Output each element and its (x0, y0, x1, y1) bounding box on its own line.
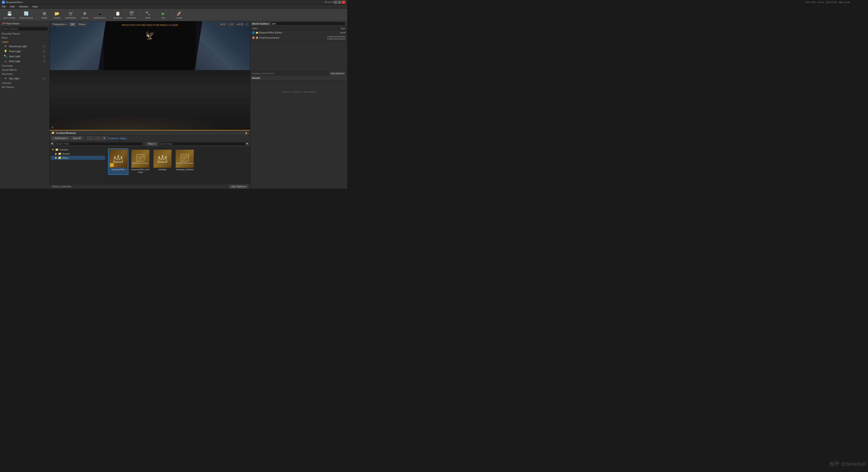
category-visual-effects[interactable]: Visual Effects (0, 68, 50, 72)
newmap-builtdata-thumbnail: Map Build Data Registry (176, 150, 194, 168)
content-browser-status-bar: 4 items (1 selected) View Options ▾ (50, 184, 250, 189)
content-browser: 📂 Content Browser 🔒 + Add/Import ▾ Save … (50, 130, 250, 189)
actor-spot-light[interactable]: 🔦 Spot Light + (0, 54, 50, 59)
menu-help[interactable]: Help (32, 5, 39, 8)
rotation-snap-display: ↻ 10 (227, 23, 234, 26)
launch-button[interactable]: 🚀 Launch (173, 9, 185, 20)
search-classes-input[interactable] (1, 27, 48, 31)
actor-point-light[interactable]: 💡 Point Light + (0, 49, 50, 54)
scale-snap-display: ⇔ 0.25 (235, 23, 244, 26)
cinematics-button[interactable]: 🎬 Cinematics (125, 9, 138, 20)
world-outliner-items: 🌐 📁 BlueprintOffice (Editor) World 📦 📦 P… (250, 31, 347, 71)
minimize-button[interactable]: ─ (334, 1, 337, 4)
registry-text: Map Build Data Registry (132, 162, 149, 164)
svg-point-12 (158, 156, 160, 158)
actor-sky-light[interactable]: ☀ Sky Light + (0, 76, 50, 81)
lit-button[interactable]: Lit (69, 22, 76, 26)
folder-maps[interactable]: ▶ 📁 Maps (51, 156, 105, 160)
add-point-light-button[interactable]: + (43, 50, 46, 53)
add-sky-light-button[interactable]: + (43, 77, 46, 80)
place-actors-header: 📌 Place Actors (0, 21, 50, 26)
save-all-button[interactable]: Save All (71, 136, 83, 140)
add-import-button[interactable]: + Add/Import ▾ (51, 136, 70, 140)
maximize-viewport-button[interactable]: ⤢ (245, 22, 249, 26)
content-item-blueprintoffice-builtdata[interactable]: Map Build Data Registry BlueprintOffice_… (130, 149, 151, 175)
category-geometry[interactable]: Geometry (0, 72, 50, 76)
wo-item-blueprintoffice[interactable]: 🌐 📁 BlueprintOffice (Editor) World (250, 31, 347, 35)
show-button[interactable]: Show ▾ (76, 22, 88, 26)
directional-light-label: Directional Light (9, 45, 27, 48)
close-button[interactable]: ✕ (342, 1, 345, 4)
perspective-label: Perspective (53, 23, 64, 26)
add-rect-light-button[interactable]: + (43, 60, 46, 63)
content-item-newmap-builtdata[interactable]: Map Build Data Registry NewMap_BuiltData (175, 149, 195, 175)
save-all-label: Save All (73, 137, 81, 139)
category-volumes[interactable]: Volumes (0, 81, 50, 85)
breadcrumb-maps[interactable]: Maps (120, 137, 126, 140)
source-control-icon: 🔄 (24, 11, 29, 16)
launch-label: Launch (176, 17, 182, 19)
navigate-forward-button[interactable]: → (94, 136, 100, 140)
play-button[interactable]: ▶ Play (158, 9, 169, 20)
source-control-button[interactable]: 🔄 Source Control (18, 9, 35, 20)
toolbar-sep-1 (36, 10, 37, 20)
save-current-button[interactable]: 💾 Save Current (2, 9, 17, 20)
save-current-label: Save Current (3, 17, 16, 19)
category-basic[interactable]: Basic (0, 36, 50, 40)
maximize-button[interactable]: □ (338, 1, 341, 4)
blueprintoffice-builtdata-thumbnail: Map Build Data Registry (131, 150, 149, 168)
app-icon: B (2, 1, 5, 4)
content-browser-search-bar: 🔍 Filters ▾ 🔍 (50, 141, 250, 147)
world-outliner-search[interactable] (271, 22, 345, 26)
grid-snap-value: 10 (223, 23, 225, 26)
breadcrumb-content[interactable]: Content (108, 137, 117, 140)
content-item-newmap[interactable]: NewMap (152, 149, 173, 175)
content-button[interactable]: 📂 Content (51, 9, 63, 20)
place-actors-icon: 📌 (2, 22, 6, 25)
category-cinematic[interactable]: Cinematic (0, 64, 50, 68)
content-browser-icon: 📂 (52, 131, 55, 134)
details-title: Details (252, 76, 260, 80)
filters-button[interactable]: Filters ▾ (146, 142, 158, 146)
marketplace-button[interactable]: 🛒 Marketplace (64, 9, 78, 20)
actor-directional-light[interactable]: ☀ Directional Light + (0, 44, 50, 49)
android-es3-button[interactable]: 📱 Android ES3.1 (92, 9, 108, 20)
category-all-classes[interactable]: All Classes (0, 85, 50, 89)
modes-button[interactable]: ⊞ Modes (38, 9, 50, 20)
search-maps-input[interactable] (158, 142, 246, 146)
content-item-blueprintoffice[interactable]: ✓ BlueprintOffice (108, 149, 128, 175)
menu-file[interactable]: File (1, 5, 7, 8)
settings-button[interactable]: ⚙ Settings (79, 9, 91, 20)
navigate-back-button[interactable]: ← (87, 136, 93, 140)
build-button[interactable]: 🔨 Build (142, 9, 154, 20)
actor-rect-light[interactable]: ▭ Rect Light + (0, 59, 50, 64)
menu-window[interactable]: Window (18, 5, 29, 8)
menu-edit[interactable]: Edit (9, 5, 16, 8)
viewport-eagle: 🦅 (143, 30, 157, 41)
content-browser-header: 📂 Content Browser 🔒 (50, 130, 250, 135)
lock-content-browser-button[interactable]: 🔒 (244, 131, 248, 135)
category-lights[interactable]: Lights (0, 40, 50, 44)
directional-light-icon: ☀ (4, 44, 7, 48)
reflection-warning: REFLECTION CAPTURES NEED TO BE REBUILT (… (122, 24, 178, 26)
svg-point-3 (118, 155, 119, 157)
add-spot-light-button[interactable]: + (43, 55, 46, 58)
viewport[interactable]: 🦅 Perspective ▾ Lit Show ▾ ⊞ 10 (50, 21, 250, 130)
grid-snap-icon: ⊞ (220, 23, 222, 26)
sky-light-label: Sky Light (9, 77, 19, 80)
category-recently-placed[interactable]: Recently Placed (0, 32, 50, 36)
wo-type-col: Type (311, 27, 345, 30)
blueprints-button[interactable]: 📋 Blueprints (112, 9, 124, 20)
wo-item-postprocessvolume[interactable]: 📦 📦 PostProcessVolume PostProcessVolume … (250, 35, 347, 41)
add-directional-light-button[interactable]: + (43, 45, 46, 48)
search-paths-input[interactable] (55, 142, 143, 146)
breadcrumb: Content ▶ Maps (108, 137, 249, 140)
wo-view-options-button[interactable]: View Options ▾ (330, 72, 345, 75)
folder-content[interactable]: ▼ 📁 Content (51, 148, 105, 152)
cb-view-options-button[interactable]: View Options ▾ (229, 185, 248, 189)
point-light-icon: 💡 (4, 50, 7, 53)
navigate-up-button[interactable]: ⬆ (101, 136, 107, 140)
perspective-button[interactable]: Perspective ▾ (51, 22, 68, 26)
world-outliner-header: World Outliner (250, 21, 347, 26)
folder-assets[interactable]: ▶ 📁 Assets (51, 152, 105, 156)
